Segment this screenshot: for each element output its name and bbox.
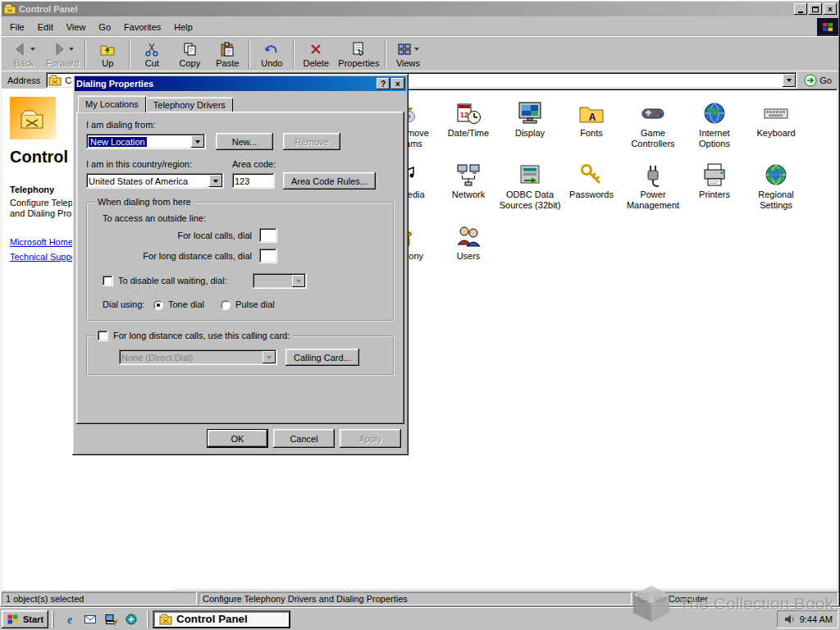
back-icon <box>12 41 29 57</box>
tab-my-locations[interactable]: My Locations <box>78 95 146 112</box>
apply-button[interactable]: Apply <box>340 429 401 448</box>
ie-icon[interactable]: e <box>62 612 77 627</box>
menu-file[interactable]: File <box>3 20 31 34</box>
local-calls-input[interactable] <box>259 228 277 243</box>
control-panel-window-icon <box>3 2 16 16</box>
remove-location-button[interactable]: Remove <box>283 133 340 150</box>
status-bar: 1 object(s) selected Configure Telephony… <box>2 591 838 605</box>
cpl-icon-network[interactable]: Network <box>436 160 500 221</box>
location-combobox[interactable]: New Location <box>86 134 206 149</box>
call-waiting-checkbox[interactable] <box>103 276 113 286</box>
cpl-icon-fonts[interactable]: AFonts <box>559 98 623 159</box>
dialog-titlebar[interactable]: Dialing Properties ? × <box>75 76 406 91</box>
paste-icon <box>219 41 235 57</box>
toolbar-separator <box>385 40 386 68</box>
task-folder-icon <box>159 613 172 626</box>
toolbar-views-button[interactable]: Views <box>389 38 427 71</box>
task-button-control-panel[interactable]: Control Panel <box>153 610 290 628</box>
local-calls-label: For local calls, dial <box>96 231 252 241</box>
call-waiting-combobox[interactable] <box>253 273 307 289</box>
dialog-help-button[interactable]: ? <box>377 78 390 89</box>
link-microsoft-home[interactable]: Microsoft Home <box>10 237 73 247</box>
cpl-icon-printers[interactable]: Printers <box>682 160 746 221</box>
link-technical-support[interactable]: Technical Support <box>10 252 81 262</box>
tone-dial-radio[interactable] <box>153 300 163 310</box>
area-code-input[interactable]: 123 <box>232 173 275 189</box>
calling-card-combobox[interactable]: None (Direct Dial) <box>119 349 277 365</box>
pulse-dial-label: Pulse dial <box>235 299 275 310</box>
cpl-icon-game-controllers[interactable]: Game Controllers <box>621 98 685 159</box>
status-zone: My Computer <box>633 592 838 605</box>
toolbar-up-button[interactable]: Up <box>89 38 126 71</box>
toolbar-forward-button[interactable]: Forward <box>43 38 82 71</box>
cpl-icon-regional-settings[interactable]: Regional Settings <box>744 160 808 221</box>
dialing-properties-dialog: Dialing Properties ? × My Locations Tele… <box>72 74 409 455</box>
toolbar-copy-button[interactable]: Copy <box>171 38 208 71</box>
menu-edit[interactable]: Edit <box>31 20 60 34</box>
quick-launch-handle[interactable] <box>52 611 54 628</box>
toolbar-separator <box>84 40 86 68</box>
toolbar-delete-label: Delete <box>303 58 329 68</box>
ok-button[interactable]: OK <box>207 429 268 448</box>
toolbar-cut-button[interactable]: Cut <box>133 38 171 71</box>
forward-icon <box>51 41 67 57</box>
dial-using-label: Dial using: <box>103 299 148 310</box>
taskbar: Start e Control Panel 9:44 AM <box>0 607 840 630</box>
menu-view[interactable]: View <box>60 20 93 34</box>
close-button[interactable]: × <box>824 3 837 15</box>
cpl-icon-users[interactable]: Users <box>436 221 500 282</box>
country-dropdown-button[interactable] <box>209 175 222 187</box>
start-button[interactable]: Start <box>2 610 48 628</box>
tab-panel-my-locations: I am dialing from: New Location New... R… <box>76 112 404 424</box>
area-code-rules-button[interactable]: Area Code Rules... <box>283 172 376 189</box>
network-icon <box>436 160 500 188</box>
cpl-icon-date-time[interactable]: 12Date/Time <box>436 98 500 159</box>
toolbar-back-button[interactable]: Back <box>5 38 43 71</box>
country-value: United States of America <box>86 176 208 186</box>
new-location-button[interactable]: New... <box>216 133 273 150</box>
tray-clock[interactable]: 9:44 AM <box>800 614 833 624</box>
toolbar-paste-button[interactable]: Paste <box>208 38 246 71</box>
cpl-icon-display[interactable]: Display <box>498 98 562 159</box>
cpl-icon-label: Users <box>436 251 500 262</box>
regional-settings-icon <box>744 160 808 188</box>
toolbar-undo-button[interactable]: Undo <box>253 38 290 71</box>
outlook-icon[interactable] <box>83 612 98 627</box>
task-area-handle[interactable] <box>147 611 149 628</box>
desktop-icon[interactable] <box>103 612 118 627</box>
toolbar-properties-button[interactable]: Properties <box>335 38 382 71</box>
cpl-icon-internet-options[interactable]: Internet Options <box>682 98 746 159</box>
long-distance-input[interactable] <box>259 249 277 263</box>
cancel-button[interactable]: Cancel <box>273 429 335 448</box>
minimize-icon <box>798 11 803 13</box>
tone-dial-label: Tone dial <box>168 299 204 310</box>
when-dialing-group-title: When dialing from here <box>94 197 194 207</box>
toolbar-delete-button[interactable]: Delete <box>297 38 335 71</box>
calling-card-checkbox[interactable] <box>98 331 108 341</box>
menu-help[interactable]: Help <box>167 20 199 34</box>
window-titlebar[interactable]: Control Panel × <box>2 2 838 16</box>
menu-go[interactable]: Go <box>92 20 117 34</box>
go-button[interactable]: Go <box>801 72 835 89</box>
volume-tray-icon[interactable] <box>783 613 796 626</box>
cpl-icon-label: Passwords <box>559 189 623 200</box>
menu-favorites[interactable]: Favorites <box>117 20 167 34</box>
cpl-icon-odbc-data-sources-32bit[interactable]: ODBC Data Sources (32bit) <box>498 160 562 221</box>
cpl-icon-passwords[interactable]: Passwords <box>559 160 623 221</box>
cpl-icon-power-management[interactable]: Power Management <box>621 160 685 221</box>
power-management-icon <box>621 160 685 188</box>
pulse-dial-radio[interactable] <box>221 300 231 310</box>
cpl-icon-keyboard[interactable]: Keyboard <box>744 98 808 159</box>
channels-icon[interactable] <box>124 612 139 627</box>
country-combobox[interactable]: United States of America <box>86 173 224 189</box>
views-icon <box>396 41 413 57</box>
dialog-tabs: My Locations Telephony Drivers <box>78 95 233 113</box>
dialog-close-button[interactable]: × <box>391 78 404 89</box>
maximize-button[interactable] <box>809 3 822 15</box>
address-dropdown-button[interactable] <box>783 74 796 87</box>
tab-telephony-drivers[interactable]: Telephony Drivers <box>146 97 233 113</box>
calling-card-button[interactable]: Calling Card... <box>285 349 359 366</box>
minimize-button[interactable] <box>794 3 807 15</box>
cut-icon <box>144 41 160 57</box>
location-dropdown-button[interactable] <box>191 135 204 148</box>
